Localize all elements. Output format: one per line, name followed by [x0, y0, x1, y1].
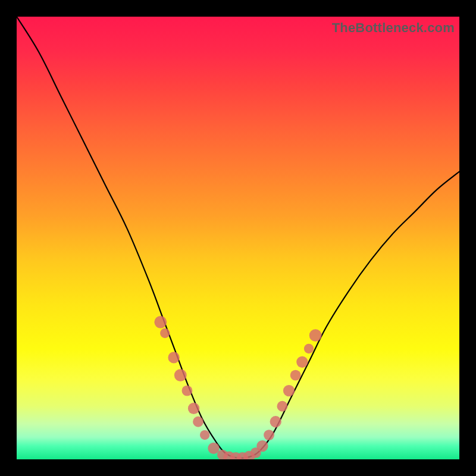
data-point-marker	[296, 356, 308, 368]
bottleneck-curve-chart	[17, 17, 459, 459]
data-point-marker	[309, 329, 322, 342]
data-point-marker	[290, 370, 301, 381]
data-point-marker	[277, 401, 287, 412]
data-point-marker	[193, 416, 203, 427]
data-point-marker	[168, 352, 179, 363]
bottleneck-curve	[17, 17, 459, 458]
data-point-marker	[160, 328, 170, 338]
data-point-marker	[264, 430, 274, 440]
data-point-marker	[182, 386, 193, 396]
data-point-marker	[304, 344, 314, 353]
data-point-marker	[208, 443, 219, 454]
data-point-marker	[283, 385, 295, 396]
data-point-marker	[270, 416, 281, 427]
data-point-marker	[174, 369, 187, 381]
data-point-marker	[256, 440, 268, 452]
data-point-marker	[188, 403, 199, 414]
data-point-marker	[200, 430, 209, 440]
data-point-marker	[154, 316, 167, 328]
